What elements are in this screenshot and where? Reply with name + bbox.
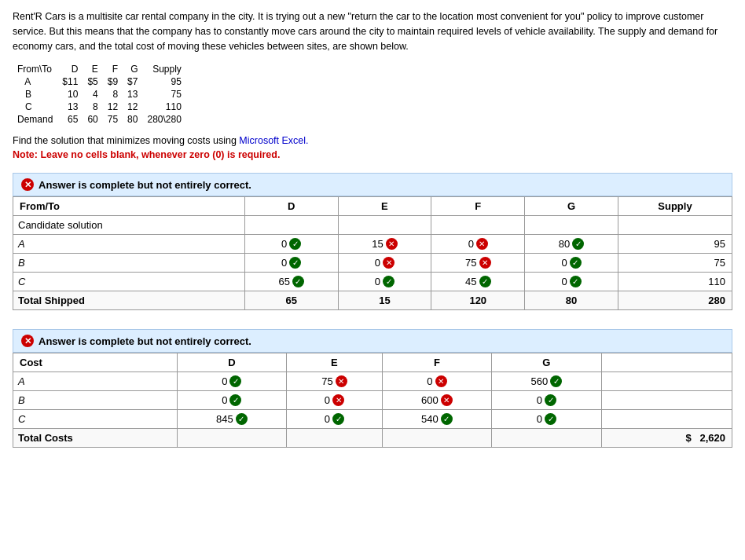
total-shipped-g: 80: [525, 291, 618, 310]
row-c-supply: 110: [618, 273, 732, 291]
cost-row-a-label: A: [13, 372, 178, 391]
error-icon-1: ✕: [21, 178, 34, 191]
candidate-solution-table: From/To D E F G Supply Candidate solutio…: [13, 196, 732, 310]
candidate-f-empty: [431, 216, 525, 235]
row-a-g: 80 ✓: [525, 235, 618, 254]
cost-col-header-empty: [601, 353, 732, 372]
check-icon: ✓: [570, 257, 582, 269]
check-icon: ✓: [545, 394, 556, 406]
cell-a-g-value: 80: [559, 238, 570, 250]
cost-cell-a-f: 0 ✕: [427, 375, 446, 387]
raw-row-a-d: $11: [57, 75, 83, 88]
cost-cell-a-e-value: 75: [321, 375, 332, 387]
candidate-solution-row: Candidate solution: [13, 216, 732, 235]
cell-b-e: 0 ✕: [375, 257, 395, 269]
check-icon: ✓: [441, 413, 453, 425]
raw-row-c-f: 12: [103, 101, 123, 113]
raw-header-fromto: From\To: [13, 63, 57, 75]
total-shipped-row: Total Shipped 65 15 120 80 280: [13, 291, 732, 310]
cost-cell-a-e: 75 ✕: [321, 375, 347, 387]
cell-a-e: 15 ✕: [372, 238, 397, 250]
row-b-supply: 75: [618, 254, 732, 273]
cost-cell-b-f-value: 600: [421, 394, 439, 406]
cell-b-d: 0 ✓: [281, 257, 301, 269]
total-costs-f: [382, 429, 491, 448]
cost-cell-a-g: 560 ✓: [531, 375, 563, 387]
intro-paragraph: Rent'R Cars is a multisite car rental co…: [13, 9, 732, 53]
cost-cell-a-g-value: 560: [531, 375, 549, 387]
cost-row-c-e: 0 ✓: [287, 410, 383, 429]
col-header-supply: Supply: [618, 197, 732, 216]
check-icon: ✓: [545, 413, 556, 425]
raw-row-b-e: 4: [83, 88, 102, 101]
row-a-d: 0 ✓: [244, 235, 338, 254]
raw-cost-table: From\To D E F G Supply A $11 $5 $9 $7 95…: [13, 63, 186, 126]
table-row: C 65 ✓ 0 ✓ 45 ✓: [13, 273, 732, 291]
cell-c-f-value: 45: [465, 276, 476, 287]
cell-c-f: 45 ✓: [465, 276, 490, 287]
cross-icon: ✕: [441, 394, 453, 406]
cell-b-g: 0 ✓: [561, 257, 581, 269]
dollar-sign: $: [685, 432, 691, 444]
cross-icon: ✕: [336, 375, 347, 387]
banner-text-1: Answer is complete but not entirely corr…: [39, 179, 251, 191]
table-row: B 0 ✓ 0 ✕ 75 ✕: [13, 254, 732, 273]
raw-row-demand-label: Demand: [13, 113, 57, 126]
raw-row-a-supply: 95: [142, 75, 185, 88]
cost-cell-c-e: 0 ✓: [325, 413, 344, 425]
row-b-f: 75 ✕: [431, 254, 525, 273]
cost-cell-a-d-value: 0: [222, 375, 227, 387]
cross-icon: ✕: [479, 257, 491, 269]
raw-header-e: E: [83, 63, 102, 75]
row-a-label: A: [13, 235, 245, 254]
table-row: C 845 ✓ 0 ✓ 540 ✓: [13, 410, 732, 429]
cost-col-header-g: G: [492, 353, 601, 372]
cost-row-c-d: 845 ✓: [177, 410, 286, 429]
cost-row-c-g: 0 ✓: [492, 410, 601, 429]
cross-icon: ✕: [383, 257, 395, 269]
total-costs-label: Total Costs: [13, 429, 178, 448]
cell-c-d: 65 ✓: [278, 276, 303, 287]
row-a-f: 0 ✕: [431, 235, 525, 254]
cost-col-header-label: Cost: [13, 353, 178, 372]
raw-row-a-f: $9: [103, 75, 123, 88]
cell-c-e: 0 ✓: [375, 276, 395, 287]
col-header-f: F: [431, 197, 525, 216]
answer-banner-2: ✕ Answer is complete but not entirely co…: [13, 329, 732, 353]
raw-header-g: G: [123, 63, 142, 75]
cost-cell-c-d: 845 ✓: [216, 413, 248, 425]
check-icon: ✓: [383, 276, 395, 287]
candidate-supply-empty: [618, 216, 732, 235]
total-shipped-supply: 280: [618, 291, 732, 310]
raw-row-a-e: $5: [83, 75, 102, 88]
cost-cell-b-e: 0 ✕: [325, 394, 344, 406]
cell-a-e-value: 15: [372, 238, 383, 250]
raw-row-demand-e: 60: [83, 113, 102, 126]
cell-b-f-value: 75: [465, 257, 476, 269]
cost-cell-b-g: 0 ✓: [537, 394, 556, 406]
cost-cell-c-g: 0 ✓: [537, 413, 556, 425]
cell-b-e-value: 0: [375, 257, 380, 269]
cost-cell-a-d: 0 ✓: [222, 375, 241, 387]
cell-a-d-value: 0: [281, 238, 287, 250]
col-header-e: E: [338, 197, 431, 216]
candidate-d-empty: [244, 216, 338, 235]
cost-cell-c-g-value: 0: [537, 413, 542, 425]
raw-row-demand-g: 80: [123, 113, 142, 126]
cell-c-e-value: 0: [375, 276, 380, 287]
raw-row-c-supply: 110: [142, 101, 185, 113]
cost-row-a-e: 75 ✕: [287, 372, 383, 391]
raw-header-d: D: [57, 63, 83, 75]
check-icon: ✓: [289, 238, 301, 250]
cross-icon: ✕: [332, 394, 344, 406]
cost-table: Cost D E F G A 0 ✓ 75: [13, 353, 732, 448]
raw-row-demand-supply: 280\280: [142, 113, 185, 126]
raw-row-b-label: B: [13, 88, 57, 101]
cost-cell-b-d: 0 ✓: [222, 394, 241, 406]
excel-link: Microsoft Excel.: [239, 135, 308, 146]
raw-row-b-supply: 75: [142, 88, 185, 101]
raw-row-c-e: 8: [83, 101, 102, 113]
row-c-d: 65 ✓: [244, 273, 338, 291]
col-header-g: G: [525, 197, 618, 216]
check-icon: ✓: [289, 257, 301, 269]
